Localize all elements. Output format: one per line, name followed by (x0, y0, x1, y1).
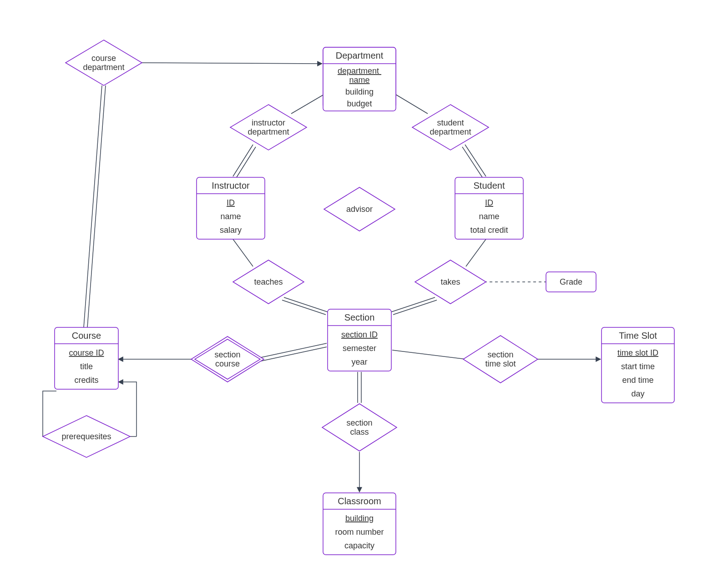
rel-label: course (215, 359, 240, 368)
rel-label: department (83, 63, 124, 72)
rel-prerequisites: prerequesites (43, 416, 130, 457)
entity-attr: salary (220, 226, 242, 235)
entity-attr: name (220, 212, 241, 221)
entity-instructor: Instructor ID name salary (197, 177, 265, 239)
entity-attr-key: time slot ID (617, 348, 658, 357)
entity-student: Student ID name total credit (455, 177, 523, 239)
svg-line-14 (393, 300, 437, 315)
svg-line-0 (142, 63, 322, 64)
entity-attr-key: course ID (69, 348, 104, 357)
entity-attr: start time (621, 362, 655, 371)
rel-label: section (487, 350, 513, 359)
svg-line-10 (284, 297, 328, 312)
svg-line-2 (87, 85, 106, 327)
entity-attr: end time (622, 376, 653, 385)
rel-label: section (346, 418, 372, 427)
entity-title: Section (344, 312, 375, 322)
svg-line-1 (84, 85, 102, 327)
entity-course: Course course ID title credits (55, 327, 118, 389)
svg-line-12 (466, 239, 486, 266)
rel-label: department (248, 127, 289, 136)
entity-title: Classroom (338, 496, 381, 506)
entity-title: Instructor (212, 181, 250, 191)
entity-attr-key: section ID (341, 330, 378, 339)
entity-attr: semester (343, 344, 376, 353)
rel-label: teaches (254, 277, 283, 286)
svg-line-9 (233, 239, 253, 266)
svg-line-8 (462, 147, 483, 179)
svg-line-11 (282, 300, 326, 315)
rel-section-timeslot: section time slot (463, 336, 538, 383)
entity-attr-key: building (345, 514, 374, 523)
assoc-label: Grade (560, 277, 582, 286)
entity-attr: year (351, 357, 367, 366)
svg-line-5 (236, 147, 256, 179)
entity-attr: room number (335, 527, 384, 537)
entity-attr: building (345, 87, 374, 96)
svg-line-13 (391, 297, 435, 312)
rel-label: prerequesites (61, 432, 111, 441)
rel-label: class (350, 427, 369, 436)
rel-label: time slot (485, 359, 516, 368)
rel-label: course (91, 54, 116, 63)
svg-line-22 (392, 350, 466, 359)
rel-course-department: course department (66, 40, 142, 85)
entity-attr: budget (347, 99, 372, 108)
rel-teaches: teaches (233, 260, 304, 304)
assoc-grade: Grade (546, 272, 596, 292)
entity-attr: capacity (344, 541, 374, 550)
rel-section-course: section course (191, 336, 264, 382)
svg-line-17 (261, 347, 327, 361)
svg-line-4 (233, 145, 253, 176)
entity-timeslot: Time Slot time slot ID start time end ti… (602, 327, 674, 403)
entity-attr: total credit (470, 226, 508, 235)
svg-line-7 (465, 145, 486, 176)
entity-title: Student (474, 181, 505, 191)
entity-attr: title (80, 362, 93, 371)
rel-label: advisor (346, 205, 373, 214)
entity-attr: day (631, 389, 644, 398)
entity-classroom: Classroom building room number capacity (323, 493, 396, 555)
rel-section-class: section class (322, 404, 397, 451)
rel-label: instructor (252, 118, 285, 127)
rel-label: student (437, 118, 464, 127)
entity-attr-key: ID (485, 198, 493, 207)
entity-attr: credits (74, 376, 98, 385)
edges (43, 63, 601, 492)
rel-label: section (214, 350, 240, 359)
svg-line-16 (261, 343, 327, 357)
rel-takes: takes (415, 260, 486, 304)
entity-attr: name (479, 212, 499, 221)
entity-title: Department (336, 50, 384, 60)
entity-attr-key: ID (227, 198, 235, 207)
rel-label: takes (440, 277, 460, 286)
entity-title: Time Slot (619, 331, 657, 341)
rel-advisor: advisor (324, 187, 395, 231)
entity-section: Section section ID semester year (328, 309, 391, 371)
entity-title: Course (72, 331, 101, 341)
rel-label: department (430, 127, 471, 136)
entity-department: Department department name building budg… (323, 47, 396, 111)
